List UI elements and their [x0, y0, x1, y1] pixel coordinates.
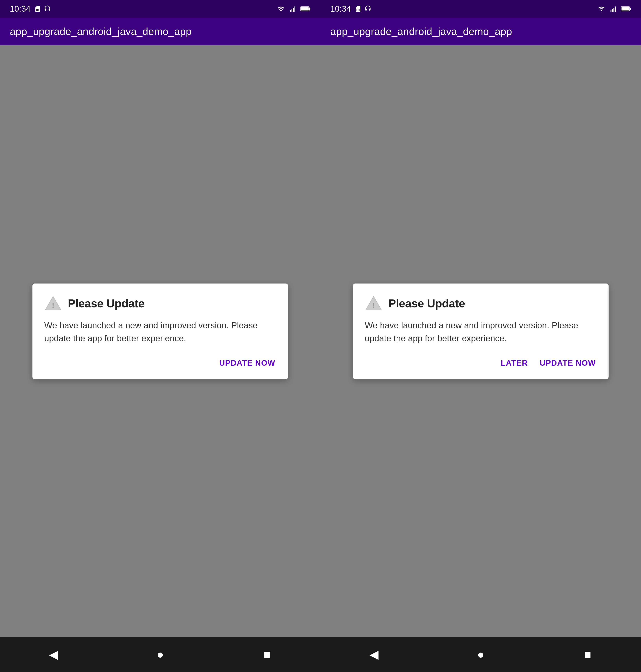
nav-bar-left: ◀ ● ■	[0, 636, 320, 672]
svg-rect-5	[309, 8, 311, 10]
status-bar-left: 10:34	[0, 0, 320, 18]
svg-rect-1	[291, 9, 292, 12]
svg-rect-11	[613, 8, 614, 12]
warning-icon-right: !	[365, 295, 382, 311]
status-left-group: 10:34	[10, 4, 51, 14]
svg-rect-6	[301, 7, 309, 11]
warning-icon-left: !	[44, 295, 62, 311]
back-button-left[interactable]: ◀	[42, 643, 65, 666]
wifi-icon-left	[276, 5, 286, 12]
status-icons-left	[34, 5, 51, 12]
back-button-right[interactable]: ◀	[362, 643, 386, 666]
svg-text:!: !	[52, 301, 54, 310]
svg-rect-14	[630, 8, 631, 10]
svg-rect-2	[293, 8, 294, 12]
svg-rect-12	[615, 6, 616, 12]
headset-icon-right	[364, 5, 371, 12]
main-content-right: ! Please Update We have launched a new a…	[320, 45, 641, 636]
dialog-right: ! Please Update We have launched a new a…	[353, 283, 609, 379]
status-bar-right: 10:34	[320, 0, 641, 18]
wifi-icon-right	[597, 5, 606, 12]
sim-card-icon-right	[355, 5, 362, 12]
main-content-left: ! Please Update We have launched a new a…	[0, 45, 320, 636]
dialog-left: ! Please Update We have launched a new a…	[32, 283, 288, 379]
svg-rect-10	[612, 9, 613, 12]
recent-button-right[interactable]: ■	[576, 643, 599, 666]
phone-left: 10:34	[0, 0, 320, 672]
svg-text:!: !	[372, 301, 375, 310]
update-now-button-right[interactable]: UPDATE NOW	[539, 356, 597, 369]
recent-button-left[interactable]: ■	[255, 643, 279, 666]
home-button-right[interactable]: ●	[469, 643, 493, 666]
status-time-left: 10:34	[10, 4, 30, 14]
signal-icon-left	[289, 5, 297, 12]
dialog-actions-right: LATER UPDATE NOW	[365, 356, 597, 369]
dialog-title-right: Please Update	[388, 296, 465, 310]
dialog-header-right: ! Please Update	[365, 295, 597, 311]
dialog-header-left: ! Please Update	[44, 295, 276, 311]
svg-rect-15	[622, 7, 629, 11]
status-time-right: 10:34	[330, 4, 351, 14]
svg-rect-3	[295, 6, 296, 12]
status-icons-right	[355, 5, 371, 12]
app-title-left: app_upgrade_android_java_demo_app	[10, 26, 191, 37]
status-right-group-left	[276, 5, 311, 12]
dialog-body-right: We have launched a new and improved vers…	[365, 319, 597, 345]
app-title-right: app_upgrade_android_java_demo_app	[330, 26, 512, 37]
signal-icon-right	[610, 5, 617, 12]
app-bar-right: app_upgrade_android_java_demo_app	[320, 18, 641, 45]
update-now-button-left[interactable]: UPDATE NOW	[218, 356, 276, 369]
status-right-group-right	[597, 5, 631, 12]
sim-card-icon-left	[34, 5, 41, 12]
svg-rect-9	[611, 10, 612, 12]
svg-rect-0	[290, 10, 291, 12]
nav-bar-right: ◀ ● ■	[320, 636, 641, 672]
headset-icon-left	[44, 5, 51, 12]
dialog-body-left: We have launched a new and improved vers…	[44, 319, 276, 345]
battery-icon-left	[300, 5, 311, 12]
dialog-title-left: Please Update	[68, 296, 145, 310]
battery-icon-right	[621, 5, 631, 12]
home-button-left[interactable]: ●	[148, 643, 172, 666]
app-bar-left: app_upgrade_android_java_demo_app	[0, 18, 320, 45]
phone-right: 10:34	[320, 0, 641, 672]
later-button-right[interactable]: LATER	[500, 356, 529, 369]
dialog-actions-left: UPDATE NOW	[44, 356, 276, 369]
status-left-group-right: 10:34	[330, 4, 371, 14]
